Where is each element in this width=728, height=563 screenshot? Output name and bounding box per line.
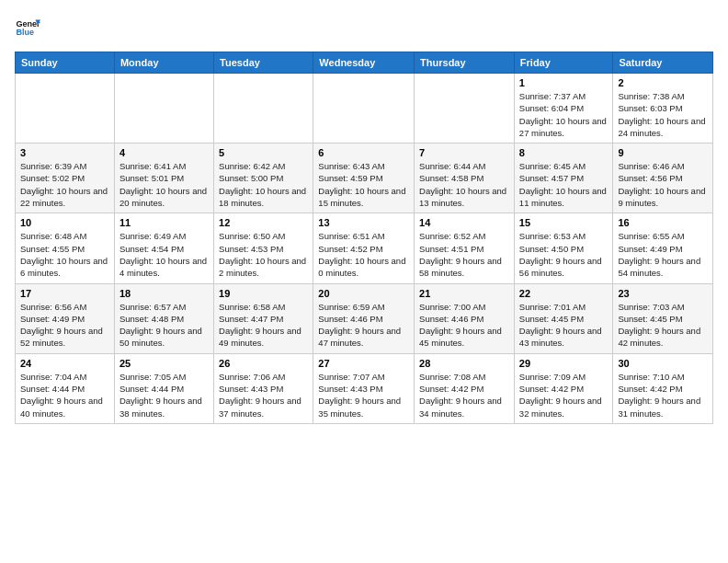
week-row-3: 10 Sunrise: 6:48 AM Sunset: 4:55 PM Dayl… <box>16 213 713 283</box>
day-info: Sunrise: 7:38 AM Sunset: 6:03 PM Dayligh… <box>618 90 708 139</box>
day-cell <box>214 74 313 144</box>
calendar-table: SundayMondayTuesdayWednesdayThursdayFrid… <box>15 52 713 424</box>
day-cell: 11 Sunrise: 6:49 AM Sunset: 4:54 PM Dayl… <box>114 213 213 283</box>
day-number: 14 <box>419 217 509 228</box>
day-number: 15 <box>519 217 609 228</box>
day-number: 30 <box>618 358 708 369</box>
day-number: 4 <box>119 147 209 158</box>
day-cell: 23 Sunrise: 7:03 AM Sunset: 4:45 PM Dayl… <box>613 283 713 353</box>
day-info: Sunrise: 6:57 AM Sunset: 4:48 PM Dayligh… <box>119 301 209 350</box>
day-number: 23 <box>618 288 708 299</box>
day-info: Sunrise: 7:07 AM Sunset: 4:43 PM Dayligh… <box>318 371 409 419</box>
day-number: 5 <box>219 147 308 158</box>
day-cell: 29 Sunrise: 7:09 AM Sunset: 4:42 PM Dayl… <box>514 353 613 423</box>
logo-icon: General Blue <box>15 15 40 40</box>
day-number: 27 <box>318 358 409 369</box>
day-info: Sunrise: 6:50 AM Sunset: 4:53 PM Dayligh… <box>219 230 308 279</box>
day-cell: 13 Sunrise: 6:51 AM Sunset: 4:52 PM Dayl… <box>313 213 415 283</box>
day-cell <box>114 74 213 144</box>
day-number: 24 <box>20 358 109 369</box>
day-number: 26 <box>219 358 308 369</box>
day-info: Sunrise: 6:53 AM Sunset: 4:50 PM Dayligh… <box>519 230 609 279</box>
day-number: 21 <box>419 288 509 299</box>
day-cell: 12 Sunrise: 6:50 AM Sunset: 4:53 PM Dayl… <box>214 213 313 283</box>
day-info: Sunrise: 6:44 AM Sunset: 4:58 PM Dayligh… <box>419 160 509 209</box>
day-cell: 24 Sunrise: 7:04 AM Sunset: 4:44 PM Dayl… <box>16 353 115 423</box>
day-number: 10 <box>20 217 109 228</box>
day-cell: 30 Sunrise: 7:10 AM Sunset: 4:42 PM Dayl… <box>613 353 713 423</box>
day-info: Sunrise: 6:46 AM Sunset: 4:56 PM Dayligh… <box>618 160 708 209</box>
day-cell: 7 Sunrise: 6:44 AM Sunset: 4:58 PM Dayli… <box>415 144 515 213</box>
day-number: 16 <box>618 217 708 228</box>
day-number: 22 <box>519 288 609 299</box>
day-cell <box>415 74 515 144</box>
day-cell: 28 Sunrise: 7:08 AM Sunset: 4:42 PM Dayl… <box>415 353 515 423</box>
day-header-tuesday: Tuesday <box>214 52 313 74</box>
day-info: Sunrise: 6:45 AM Sunset: 4:57 PM Dayligh… <box>519 160 609 209</box>
svg-text:Blue: Blue <box>16 28 34 37</box>
day-number: 17 <box>20 288 109 299</box>
day-info: Sunrise: 6:39 AM Sunset: 5:02 PM Dayligh… <box>20 160 109 209</box>
day-header-sunday: Sunday <box>16 52 115 74</box>
day-cell: 6 Sunrise: 6:43 AM Sunset: 4:59 PM Dayli… <box>313 144 415 213</box>
day-cell: 17 Sunrise: 6:56 AM Sunset: 4:49 PM Dayl… <box>16 283 115 353</box>
day-number: 9 <box>618 147 708 158</box>
week-row-2: 3 Sunrise: 6:39 AM Sunset: 5:02 PM Dayli… <box>16 144 713 213</box>
day-info: Sunrise: 6:52 AM Sunset: 4:51 PM Dayligh… <box>419 230 509 279</box>
day-info: Sunrise: 7:37 AM Sunset: 6:04 PM Dayligh… <box>519 90 609 139</box>
day-number: 28 <box>419 358 509 369</box>
day-cell: 22 Sunrise: 7:01 AM Sunset: 4:45 PM Dayl… <box>514 283 613 353</box>
day-cell: 15 Sunrise: 6:53 AM Sunset: 4:50 PM Dayl… <box>514 213 613 283</box>
day-number: 12 <box>219 217 308 228</box>
day-cell: 19 Sunrise: 6:58 AM Sunset: 4:47 PM Dayl… <box>214 283 313 353</box>
logo: General Blue <box>15 15 40 40</box>
day-cell: 5 Sunrise: 6:42 AM Sunset: 5:00 PM Dayli… <box>214 144 313 213</box>
day-cell <box>313 74 415 144</box>
week-row-1: 1 Sunrise: 7:37 AM Sunset: 6:04 PM Dayli… <box>16 74 713 144</box>
day-number: 2 <box>618 77 708 88</box>
day-number: 6 <box>318 147 409 158</box>
day-number: 25 <box>119 358 209 369</box>
day-number: 13 <box>318 217 409 228</box>
day-number: 29 <box>519 358 609 369</box>
day-info: Sunrise: 6:48 AM Sunset: 4:55 PM Dayligh… <box>20 230 109 279</box>
day-info: Sunrise: 6:51 AM Sunset: 4:52 PM Dayligh… <box>318 230 409 279</box>
day-number: 7 <box>419 147 509 158</box>
day-header-thursday: Thursday <box>415 52 515 74</box>
day-info: Sunrise: 6:58 AM Sunset: 4:47 PM Dayligh… <box>219 301 308 350</box>
day-cell: 18 Sunrise: 6:57 AM Sunset: 4:48 PM Dayl… <box>114 283 213 353</box>
day-header-monday: Monday <box>114 52 213 74</box>
day-info: Sunrise: 6:59 AM Sunset: 4:46 PM Dayligh… <box>318 301 409 350</box>
day-number: 19 <box>219 288 308 299</box>
day-number: 1 <box>519 77 609 88</box>
day-cell: 27 Sunrise: 7:07 AM Sunset: 4:43 PM Dayl… <box>313 353 415 423</box>
day-cell: 8 Sunrise: 6:45 AM Sunset: 4:57 PM Dayli… <box>514 144 613 213</box>
week-row-4: 17 Sunrise: 6:56 AM Sunset: 4:49 PM Dayl… <box>16 283 713 353</box>
day-info: Sunrise: 6:42 AM Sunset: 5:00 PM Dayligh… <box>219 160 308 209</box>
day-cell: 16 Sunrise: 6:55 AM Sunset: 4:49 PM Dayl… <box>613 213 713 283</box>
day-info: Sunrise: 6:49 AM Sunset: 4:54 PM Dayligh… <box>119 230 209 279</box>
day-number: 8 <box>519 147 609 158</box>
day-cell: 9 Sunrise: 6:46 AM Sunset: 4:56 PM Dayli… <box>613 144 713 213</box>
day-info: Sunrise: 6:43 AM Sunset: 4:59 PM Dayligh… <box>318 160 409 209</box>
day-cell: 21 Sunrise: 7:00 AM Sunset: 4:46 PM Dayl… <box>415 283 515 353</box>
day-number: 20 <box>318 288 409 299</box>
day-info: Sunrise: 7:04 AM Sunset: 4:44 PM Dayligh… <box>20 371 109 419</box>
day-info: Sunrise: 6:55 AM Sunset: 4:49 PM Dayligh… <box>618 230 708 279</box>
page-header: General Blue <box>15 15 713 40</box>
day-info: Sunrise: 7:09 AM Sunset: 4:42 PM Dayligh… <box>519 371 609 419</box>
day-cell: 14 Sunrise: 6:52 AM Sunset: 4:51 PM Dayl… <box>415 213 515 283</box>
day-info: Sunrise: 7:06 AM Sunset: 4:43 PM Dayligh… <box>219 371 308 419</box>
day-cell: 1 Sunrise: 7:37 AM Sunset: 6:04 PM Dayli… <box>514 74 613 144</box>
day-cell: 10 Sunrise: 6:48 AM Sunset: 4:55 PM Dayl… <box>16 213 115 283</box>
day-info: Sunrise: 7:03 AM Sunset: 4:45 PM Dayligh… <box>618 301 708 350</box>
day-info: Sunrise: 7:08 AM Sunset: 4:42 PM Dayligh… <box>419 371 509 419</box>
day-info: Sunrise: 6:41 AM Sunset: 5:01 PM Dayligh… <box>119 160 209 209</box>
day-header-saturday: Saturday <box>613 52 713 74</box>
header-row: SundayMondayTuesdayWednesdayThursdayFrid… <box>16 52 713 74</box>
day-cell: 2 Sunrise: 7:38 AM Sunset: 6:03 PM Dayli… <box>613 74 713 144</box>
day-number: 3 <box>20 147 109 158</box>
day-cell: 3 Sunrise: 6:39 AM Sunset: 5:02 PM Dayli… <box>16 144 115 213</box>
day-number: 11 <box>119 217 209 228</box>
day-cell <box>16 74 115 144</box>
